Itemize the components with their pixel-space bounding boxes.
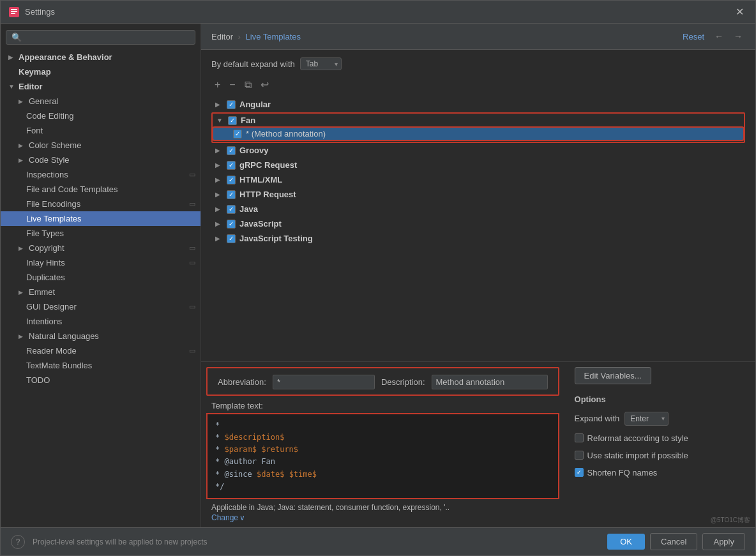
chevron-right-icon: ▶ — [215, 206, 223, 213]
sidebar-item-keymap[interactable]: Keymap — [1, 64, 200, 79]
sidebar-item-duplicates[interactable]: Duplicates — [1, 270, 200, 285]
sidebar-item-intentions[interactable]: Intentions — [1, 314, 200, 329]
sidebar-item-natural-languages[interactable]: ▶ Natural Languages — [1, 329, 200, 343]
sidebar-item-file-code-templates[interactable]: File and Code Templates — [1, 182, 200, 197]
chevron-right-icon: ▶ — [19, 289, 26, 296]
search-box[interactable]: 🔍 — [6, 30, 195, 45]
group-checkbox-fan[interactable]: ✓ — [228, 116, 237, 125]
template-group-header-html-xml[interactable]: ▶ ✓ HTML/XML — [211, 173, 745, 186]
add-template-button[interactable]: + — [211, 77, 223, 93]
sidebar-item-inspections[interactable]: Inspections ▭ — [1, 167, 200, 182]
template-group-header-java[interactable]: ▶ ✓ Java — [211, 202, 745, 216]
template-item-method-annotation[interactable]: ✓ * (Method annotation) — [213, 127, 744, 140]
chevron-right-icon: ▶ — [8, 54, 16, 61]
close-button[interactable]: ✕ — [732, 4, 748, 19]
template-group-http: ▶ ✓ HTTP Request — [211, 188, 745, 201]
template-group-header-http[interactable]: ▶ ✓ HTTP Request — [211, 188, 745, 201]
template-group-header-fan[interactable]: ▼ ✓ Fan — [213, 114, 744, 127]
sidebar-item-live-templates[interactable]: Live Templates — [1, 211, 200, 226]
template-group-header-javascript[interactable]: ▶ ✓ JavaScript — [211, 217, 745, 230]
group-checkbox-java[interactable]: ✓ — [227, 205, 236, 214]
check-icon: ✓ — [229, 206, 234, 213]
sidebar-item-reader-mode[interactable]: Reader Mode ▭ — [1, 343, 200, 358]
editor-panel: Abbreviation: Description: Template text… — [201, 361, 755, 527]
group-checkbox-angular[interactable]: ✓ — [227, 100, 236, 109]
sidebar-item-editor[interactable]: ▼ Editor — [1, 79, 200, 94]
description-input[interactable] — [432, 375, 548, 389]
static-import-label: Use static import if possible — [587, 451, 688, 460]
chevron-right-icon: ▶ — [19, 142, 26, 149]
expand-with-options-select[interactable]: Enter Tab Space — [624, 412, 669, 426]
expand-with-dropdown-wrapper: Enter Tab Space ▾ — [624, 412, 669, 426]
sidebar-item-copyright[interactable]: ▶ Copyright ▭ — [1, 241, 200, 255]
change-link[interactable]: Change ∨ — [201, 513, 564, 527]
sidebar-item-font[interactable]: Font — [1, 123, 200, 138]
sidebar-item-color-scheme[interactable]: ▶ Color Scheme — [1, 138, 200, 153]
nav-forward-button[interactable]: → — [731, 30, 745, 43]
sidebar-item-label: Editor — [19, 82, 43, 91]
group-checkbox-http[interactable]: ✓ — [227, 190, 236, 199]
check-icon: ✓ — [229, 235, 234, 242]
group-label: HTTP Request — [239, 190, 296, 199]
template-group-header-angular[interactable]: ▶ ✓ Angular — [211, 98, 745, 111]
sidebar-item-label: Intentions — [26, 317, 62, 326]
sidebar-item-label: File Encodings — [26, 199, 80, 209]
search-icon: 🔍 — [11, 33, 22, 42]
sidebar-item-textmate-bundles[interactable]: TextMate Bundles — [1, 358, 200, 373]
item-checkbox-method-annotation[interactable]: ✓ — [233, 130, 242, 139]
sidebar-item-label: Font — [26, 126, 43, 135]
app-icon — [8, 6, 20, 18]
breadcrumb-separator: › — [238, 32, 241, 41]
cancel-button[interactable]: Cancel — [650, 533, 697, 550]
description-label: Description: — [381, 377, 425, 387]
reset-button[interactable]: Reset — [680, 31, 707, 43]
expand-label: By default expand with — [211, 59, 295, 69]
group-checkbox-javascript[interactable]: ✓ — [227, 220, 236, 229]
applicable-text: Applicable in Java; Java: statement, con… — [201, 499, 564, 513]
options-panel: Edit Variables... Options Expand with En… — [564, 362, 755, 527]
chevron-right-icon: ▶ — [19, 245, 26, 252]
copy-template-button[interactable]: ⧉ — [241, 77, 255, 93]
settings-icon: ▭ — [189, 244, 195, 252]
shorten-fq-checkbox[interactable]: ✓ — [575, 468, 584, 477]
search-input[interactable] — [26, 33, 190, 42]
sidebar-item-inlay-hints[interactable]: Inlay Hints ▭ — [1, 255, 200, 270]
nav-back-button[interactable]: ← — [712, 30, 726, 43]
expand-with-select[interactable]: Tab Enter Space — [300, 57, 342, 70]
chevron-right-icon: ▶ — [19, 98, 26, 105]
edit-variables-button[interactable]: Edit Variables... — [575, 367, 651, 384]
reformat-checkbox[interactable] — [575, 433, 584, 442]
sidebar-item-label: Reader Mode — [26, 346, 77, 356]
template-group-header-javascript-testing[interactable]: ▶ ✓ JavaScript Testing — [211, 232, 745, 245]
panel-header: Editor › Live Templates Reset ← → — [201, 24, 755, 50]
help-button[interactable]: ? — [11, 535, 25, 549]
template-group-fan: ▼ ✓ Fan ✓ * (Method — [213, 114, 744, 140]
group-label: JavaScript Testing — [239, 234, 313, 243]
static-import-checkbox[interactable] — [575, 451, 584, 460]
sidebar-item-emmet[interactable]: ▶ Emmet — [1, 285, 200, 299]
settings-icon: ▭ — [189, 200, 195, 208]
apply-button[interactable]: Apply — [702, 533, 745, 550]
sidebar-item-file-types[interactable]: File Types — [1, 226, 200, 241]
group-checkbox-groovy[interactable]: ✓ — [227, 146, 236, 155]
sidebar-item-appearance[interactable]: ▶ Appearance & Behavior — [1, 50, 200, 64]
sidebar-item-general[interactable]: ▶ General — [1, 94, 200, 109]
remove-template-button[interactable]: − — [226, 77, 238, 93]
check-icon: ✓ — [229, 162, 234, 169]
group-checkbox-html-xml[interactable]: ✓ — [227, 176, 236, 184]
sidebar-item-code-style[interactable]: ▶ Code Style — [1, 153, 200, 167]
abbreviation-input[interactable] — [273, 375, 375, 389]
settings-icon: ▭ — [189, 347, 195, 355]
sidebar-item-code-editing[interactable]: Code Editing — [1, 109, 200, 123]
group-checkbox-grpc[interactable]: ✓ — [227, 161, 236, 170]
group-checkbox-javascript-testing[interactable]: ✓ — [227, 234, 236, 243]
ok-button[interactable]: OK — [607, 534, 645, 550]
change-link-label: Change — [211, 513, 238, 522]
template-code-area[interactable]: * * $description$ * $param$ $return$ * @… — [206, 413, 559, 499]
sidebar-item-gui-designer[interactable]: GUI Designer ▭ — [1, 299, 200, 314]
template-group-header-groovy[interactable]: ▶ ✓ Groovy — [211, 144, 745, 157]
sidebar-item-todo[interactable]: TODO — [1, 373, 200, 387]
sidebar-item-file-encodings[interactable]: File Encodings ▭ — [1, 197, 200, 211]
template-group-header-grpc[interactable]: ▶ ✓ gRPC Request — [211, 158, 745, 172]
undo-template-button[interactable]: ↩ — [257, 77, 272, 93]
